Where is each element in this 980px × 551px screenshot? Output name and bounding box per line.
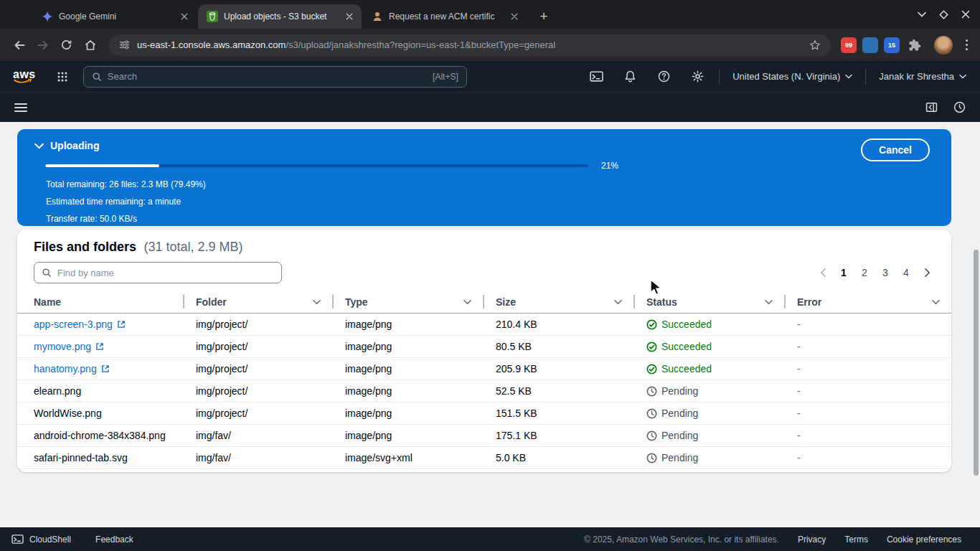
collapse-chevron-icon[interactable] [34,143,44,149]
status-badge: Succeeded [646,341,784,352]
find-by-name-box[interactable] [34,262,282,283]
file-link[interactable]: hanatomy.png [34,363,110,375]
error-cell: - [784,341,951,352]
next-page-icon[interactable] [919,263,935,282]
status-badge: Pending [646,452,784,463]
size-cell: 151.5 KB [483,408,633,419]
notifications-bell-icon[interactable] [618,65,642,89]
reload-button[interactable] [55,33,78,57]
close-tab-icon[interactable] [508,10,521,23]
page-1[interactable]: 1 [836,263,852,282]
feedback-button[interactable]: Feedback [95,534,133,545]
page-2[interactable]: 2 [857,263,872,282]
close-tab-icon[interactable] [343,10,356,23]
find-by-name-input[interactable] [57,268,274,278]
column-header-name[interactable]: Name [17,291,183,313]
aws-search-box[interactable]: [Alt+S] [83,66,467,88]
aws-console-header: aws [Alt+S] United States (N. Virginia) [0,61,980,92]
extension-icon-1[interactable]: 99 [841,37,857,53]
account-menu[interactable]: Janak kr Shrestha [875,71,970,82]
page-scrollbar[interactable] [974,250,979,476]
file-name: WorldWise.png [17,408,183,419]
file-link[interactable]: app-screen-3.png [34,319,126,330]
upload-percent: 21% [601,161,618,171]
table-row: WorldWise.png img/project/ image/png 151… [17,402,951,425]
type-cell: image/png [332,319,483,330]
tab-upload-objects-s3[interactable]: Upload objects - S3 bucket [198,4,362,29]
s3-favicon-icon [207,11,218,22]
browser-tab-strip: Google Gemini Upload objects - S3 bucket… [0,0,980,29]
apps-grid-icon[interactable] [50,65,75,89]
chevron-down-icon [845,74,852,79]
pending-clock-icon [646,408,657,419]
open-panel-icon[interactable] [925,101,938,113]
column-header-type[interactable]: Type [332,291,483,313]
region-selector[interactable]: United States (N. Virginia) [729,71,856,82]
table-header: Name Folder Type Size Status Error [17,291,951,314]
cancel-upload-button[interactable]: Cancel [861,138,930,161]
table-row: android-chrome-384x384.png img/fav/ imag… [17,425,951,447]
file-link[interactable]: mymove.png [34,341,104,352]
settings-gear-icon[interactable] [685,65,710,89]
column-header-error[interactable]: Error [784,291,951,313]
extension-icon-2[interactable] [862,37,878,53]
status-badge: Succeeded [646,319,784,330]
page-3[interactable]: 3 [877,263,893,282]
search-icon [92,72,102,82]
privacy-link[interactable]: Privacy [798,534,826,545]
cookie-preferences-link[interactable]: Cookie preferences [887,534,961,545]
previous-page-icon[interactable] [815,263,831,282]
type-cell: image/png [332,341,483,352]
folder-cell: img/project/ [183,319,332,330]
filter-caret-icon[interactable] [463,299,471,305]
filter-caret-icon[interactable] [765,299,773,305]
search-shortcut-hint: [Alt+S] [433,72,458,82]
upload-total-remaining: Total remaining: 26 files: 2.3 MB (79.49… [46,176,930,193]
back-button[interactable] [7,33,31,57]
hamburger-menu-icon[interactable] [14,103,27,113]
terms-link[interactable]: Terms [844,534,868,545]
window-maximize-icon[interactable] [939,10,948,19]
error-cell: - [784,430,951,441]
bookmark-star-icon[interactable] [809,39,821,51]
filter-caret-icon[interactable] [932,299,940,305]
extension-icon-3[interactable]: 15 [884,37,900,53]
column-header-status[interactable]: Status [633,291,784,313]
external-link-icon [101,364,110,373]
page-4[interactable]: 4 [898,263,914,282]
window-close-icon[interactable] [961,10,970,19]
extensions-puzzle-icon[interactable] [908,39,921,52]
window-shade-icon[interactable] [918,11,926,17]
close-tab-icon[interactable] [178,10,191,23]
history-clock-icon[interactable] [953,101,966,113]
browser-menu-icon[interactable] [960,39,973,50]
size-cell: 205.9 KB [483,363,633,375]
size-cell: 175.1 KB [483,430,633,441]
address-bar[interactable]: us-east-1.console.aws.amazon.com/s3/uplo… [109,34,831,56]
forward-button[interactable] [31,33,55,57]
success-check-icon [646,364,657,375]
help-icon[interactable] [651,65,676,89]
cloudshell-terminal-icon[interactable] [584,65,608,89]
tab-acm-certificate[interactable]: Request a new ACM certific [363,4,527,29]
type-cell: image/png [332,363,483,375]
folder-cell: img/fav/ [183,452,332,463]
site-info-icon[interactable] [119,39,130,50]
aws-logo[interactable]: aws [13,69,36,85]
profile-avatar[interactable] [934,36,953,55]
type-cell: image/png [332,430,483,441]
success-check-icon [646,342,657,352]
folder-cell: img/project/ [183,341,332,352]
filter-caret-icon[interactable] [614,299,622,305]
column-header-folder[interactable]: Folder [183,291,332,313]
table-row: elearn.png img/project/ image/png 52.5 K… [17,380,951,402]
home-button[interactable] [78,33,102,57]
column-header-size[interactable]: Size [483,291,633,313]
new-tab-button[interactable]: + [534,6,554,27]
size-cell: 52.5 KB [483,385,633,397]
cloudshell-button[interactable]: CloudShell [11,534,71,545]
tab-google-gemini[interactable]: Google Gemini [33,4,197,29]
filter-caret-icon[interactable] [313,299,321,305]
tab-title: Request a new ACM certific [389,11,502,22]
aws-search-input[interactable] [108,71,427,82]
